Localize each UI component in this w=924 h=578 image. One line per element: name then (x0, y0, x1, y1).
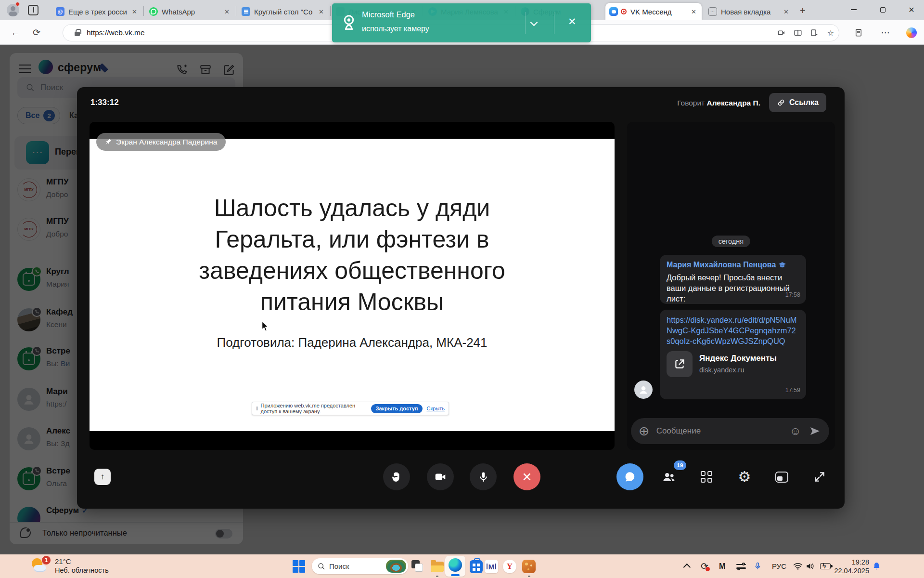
battery-icon[interactable]: ϟ (820, 554, 831, 578)
fullscreen-button[interactable] (806, 463, 833, 490)
toast-expand-chevron-icon[interactable] (530, 19, 538, 26)
wifi-icon[interactable] (793, 554, 803, 578)
message-time: 17:58 (785, 289, 800, 300)
chat-message[interactable]: Мария Михайловна Пенцова Добрый вечер! П… (660, 255, 806, 304)
pinned-app-button[interactable] (522, 559, 536, 574)
picture-in-picture-button[interactable] (768, 463, 795, 490)
camera-indicator-icon[interactable] (773, 28, 790, 38)
message-text: Добрый вечер! Просьба внести ваши данные… (667, 272, 799, 304)
whatsapp-icon (149, 7, 158, 16)
yandex-browser-button[interactable]: Y (502, 559, 517, 574)
close-icon[interactable]: ✕ (130, 8, 139, 15)
file-explorer-button[interactable] (430, 559, 444, 574)
link-attachment[interactable]: Яндекс Документы disk.yandex.ru (667, 351, 799, 377)
external-link-icon (667, 351, 693, 377)
close-icon[interactable]: ✕ (690, 8, 698, 15)
start-button[interactable] (293, 560, 305, 573)
search-highlight-image (386, 560, 406, 573)
tab-2[interactable]: WhatsApp ✕ (145, 3, 235, 20)
camera-button[interactable] (427, 463, 454, 490)
hide-share-bar-link[interactable]: Скрыть (426, 406, 445, 411)
sender-avatar (634, 381, 653, 399)
more-options-icon[interactable]: ⋯ (877, 20, 894, 45)
notification-bell-icon[interactable] (872, 554, 881, 578)
close-icon[interactable]: ✕ (317, 8, 325, 15)
chat-toggle-button[interactable] (616, 463, 643, 490)
hand-icon (390, 471, 403, 483)
tab-label: Круглый стол "Со (254, 8, 314, 16)
split-screen-icon[interactable] (790, 28, 806, 38)
weather-temp: 21°C (55, 557, 71, 565)
attach-plus-icon[interactable]: ⊕ (639, 423, 650, 439)
lock-icon (75, 32, 80, 36)
send-icon[interactable] (809, 425, 821, 437)
collections-icon[interactable] (850, 20, 867, 45)
close-window-button[interactable]: ✕ (901, 0, 922, 19)
minimize-button[interactable] (843, 0, 864, 19)
message-input[interactable] (656, 426, 790, 436)
call-timer: 1:33:12 (90, 98, 119, 107)
slide-title: Шалость удалась у дяди Геральта, или фэн… (90, 193, 615, 318)
emoji-icon[interactable]: ☺ (789, 424, 801, 438)
tray-show-hidden-icons[interactable] (685, 554, 691, 578)
at-icon: @ (56, 7, 64, 16)
tab-active-vk-messenger[interactable]: VK Мессенд ✕ (605, 3, 702, 20)
message-time: 17:59 (785, 385, 800, 395)
save-page-icon[interactable] (806, 28, 822, 38)
volume-icon[interactable] (806, 554, 815, 578)
weather-widget[interactable]: 1 (31, 557, 50, 575)
favorite-star-icon[interactable]: ☆ (822, 28, 839, 38)
attachment-domain: disk.yandex.ru (699, 365, 777, 375)
graduation-cap-icon (779, 262, 786, 268)
task-view-button[interactable] (411, 559, 425, 574)
tray-mixer-icon[interactable] (736, 554, 746, 578)
tray-max-icon[interactable]: M (719, 554, 725, 578)
participants-icon (662, 470, 676, 484)
sender-name: Мария Михайловна Пенцова (667, 260, 799, 270)
weather-condition: Неб. облачность (55, 566, 109, 574)
microphone-button[interactable] (470, 463, 497, 490)
max-messenger-button[interactable]: M (484, 559, 499, 574)
toast-close-icon[interactable]: ✕ (568, 16, 577, 27)
screen-share-infobar: ‖ Приложению web.vk.me предоставлен дост… (252, 402, 449, 415)
shared-screen-video: Экран Александра Падерина Шалость удалас… (90, 122, 615, 450)
raise-hand-button[interactable] (383, 463, 410, 490)
new-tab-button[interactable]: + (800, 6, 806, 15)
call-link-button[interactable]: Ссылка (769, 93, 826, 112)
stop-sharing-button[interactable]: Закрыть доступ (371, 404, 423, 413)
tray-microphone-icon[interactable] (754, 554, 762, 578)
vk-messenger-page: сферум Поиск Все 2 Кан (0, 45, 924, 554)
end-call-button[interactable]: ✕ (513, 463, 540, 490)
newtab-icon: ⋯ (708, 7, 717, 16)
language-indicator[interactable]: РУС (772, 554, 786, 578)
back-icon[interactable]: ← (7, 20, 24, 45)
tab-label: Новая вкладка (721, 8, 779, 16)
chat-message[interactable]: https://disk.yandex.ru/edit/d/pN5NuMNwgC… (660, 310, 806, 399)
clock[interactable]: 19:28 22.04.2025 (837, 554, 869, 578)
speaking-indicator: Говорит Александра П. (677, 99, 760, 107)
workspaces-icon[interactable] (28, 5, 38, 15)
pinned-screen-label[interactable]: Экран Александра Падерина (96, 133, 226, 151)
tab-3[interactable]: Круглый стол "Со ✕ (238, 3, 329, 20)
message-link[interactable]: https://disk.yandex.ru/edit/d/pN5NuMNwgC… (667, 315, 799, 346)
taskbar-search[interactable]: Поиск (312, 558, 408, 574)
copilot-icon[interactable] (903, 20, 920, 45)
refresh-icon[interactable]: ⟳ (28, 20, 45, 45)
tab-1[interactable]: @ Еще в трех росси ✕ (52, 3, 142, 20)
settings-button[interactable]: ⚙ (731, 463, 758, 490)
message-input-bar: ⊕ ☺ (631, 418, 829, 444)
pin-icon (105, 138, 112, 145)
tab-new[interactable]: ⋯ Новая вкладка ✕ (705, 3, 794, 20)
screen-share-button[interactable]: ↑ (94, 469, 111, 485)
microsoft-store-button[interactable] (469, 559, 483, 574)
maximize-button[interactable] (872, 0, 893, 19)
close-icon[interactable]: ✕ (782, 8, 790, 15)
apps-grid-button[interactable] (693, 463, 720, 490)
close-icon[interactable]: ✕ (223, 8, 231, 15)
tray-sync-icon[interactable]: ⟳ (701, 554, 708, 578)
recording-indicator (706, 567, 710, 571)
toast-message: использует камеру (362, 25, 429, 33)
edge-browser-button[interactable] (445, 556, 465, 577)
camera-icon (434, 471, 447, 483)
drag-handle[interactable]: ‖ (256, 406, 258, 411)
